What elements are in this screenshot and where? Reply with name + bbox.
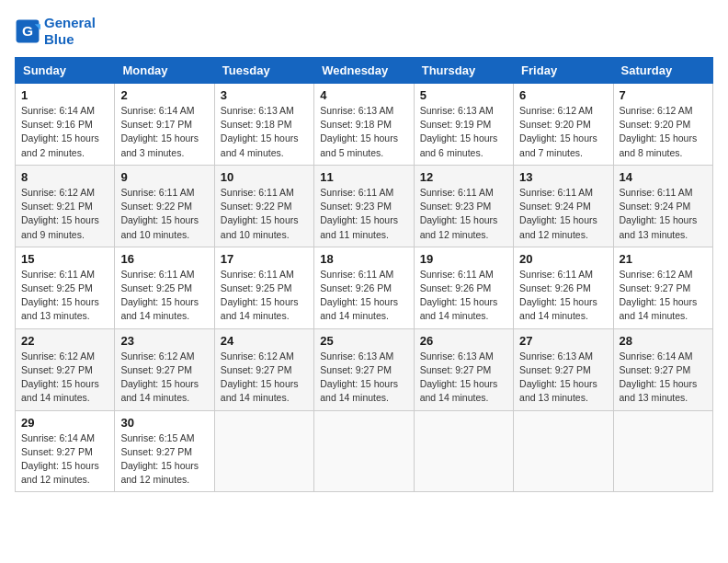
day-info: Sunrise: 6:12 AMSunset: 9:20 PMDaylight:…: [620, 104, 707, 160]
sunrise-label: Sunrise: 6:11 AM: [519, 269, 593, 280]
logo: G General Blue: [15, 15, 96, 48]
day-info: Sunrise: 6:13 AMSunset: 9:27 PMDaylight:…: [420, 350, 507, 406]
sunrise-label: Sunrise: 6:11 AM: [320, 269, 393, 280]
logo-icon: G: [15, 18, 40, 44]
day-number: 20: [519, 252, 607, 266]
day-cell: 15Sunrise: 6:11 AMSunset: 9:25 PMDayligh…: [16, 247, 115, 328]
day-number: 29: [21, 416, 108, 430]
day-info: Sunrise: 6:12 AMSunset: 9:27 PMDaylight:…: [120, 350, 208, 406]
sunrise-label: Sunrise: 6:14 AM: [620, 350, 693, 362]
day-info: Sunrise: 6:14 AMSunset: 9:27 PMDaylight:…: [620, 350, 707, 406]
day-info: Sunrise: 6:11 AMSunset: 9:23 PMDaylight:…: [420, 186, 507, 242]
day-cell: 7Sunrise: 6:12 AMSunset: 9:20 PMDaylight…: [613, 84, 712, 166]
day-info: Sunrise: 6:12 AMSunset: 9:27 PMDaylight:…: [620, 268, 707, 324]
sunrise-label: Sunrise: 6:11 AM: [620, 187, 693, 198]
sunrise-label: Sunrise: 6:11 AM: [120, 269, 194, 280]
col-header-sunday: Sunday: [16, 58, 115, 84]
sunset-label: Sunset: 9:24 PM: [620, 201, 691, 212]
day-info: Sunrise: 6:11 AMSunset: 9:22 PMDaylight:…: [120, 186, 208, 242]
sunrise-label: Sunrise: 6:13 AM: [420, 350, 494, 362]
day-number: 2: [120, 88, 208, 102]
day-number: 3: [221, 88, 308, 102]
sunrise-label: Sunrise: 6:12 AM: [221, 350, 294, 362]
day-number: 28: [620, 334, 707, 348]
daylight-label: Daylight: 15 hours and 12 minutes.: [21, 460, 99, 485]
daylight-label: Daylight: 15 hours and 13 minutes.: [519, 378, 597, 403]
day-number: 24: [221, 334, 308, 348]
day-cell: [214, 410, 313, 492]
sunset-label: Sunset: 9:24 PM: [519, 201, 591, 212]
day-cell: 24Sunrise: 6:12 AMSunset: 9:27 PMDayligh…: [214, 328, 313, 410]
day-info: Sunrise: 6:11 AMSunset: 9:24 PMDaylight:…: [519, 186, 607, 242]
sunset-label: Sunset: 9:18 PM: [221, 119, 292, 130]
day-cell: 14Sunrise: 6:11 AMSunset: 9:24 PMDayligh…: [613, 165, 712, 247]
day-cell: 22Sunrise: 6:12 AMSunset: 9:27 PMDayligh…: [16, 328, 115, 410]
day-number: 25: [320, 334, 407, 348]
day-info: Sunrise: 6:13 AMSunset: 9:27 PMDaylight:…: [320, 350, 407, 406]
day-cell: 27Sunrise: 6:13 AMSunset: 9:27 PMDayligh…: [514, 328, 613, 410]
daylight-label: Daylight: 15 hours and 7 minutes.: [519, 132, 597, 157]
day-number: 26: [420, 334, 507, 348]
day-cell: 29Sunrise: 6:14 AMSunset: 9:27 PMDayligh…: [16, 410, 115, 492]
day-cell: 19Sunrise: 6:11 AMSunset: 9:26 PMDayligh…: [414, 247, 513, 328]
sunrise-label: Sunrise: 6:11 AM: [519, 187, 593, 198]
daylight-label: Daylight: 15 hours and 13 minutes.: [21, 296, 99, 321]
day-cell: 11Sunrise: 6:11 AMSunset: 9:23 PMDayligh…: [314, 165, 414, 247]
day-info: Sunrise: 6:11 AMSunset: 9:25 PMDaylight:…: [120, 268, 208, 324]
day-number: 13: [519, 170, 607, 184]
sunrise-label: Sunrise: 6:11 AM: [120, 187, 194, 198]
day-number: 16: [120, 252, 208, 266]
daylight-label: Daylight: 15 hours and 12 minutes.: [120, 460, 199, 485]
day-info: Sunrise: 6:12 AMSunset: 9:27 PMDaylight:…: [221, 350, 308, 406]
daylight-label: Daylight: 15 hours and 14 minutes.: [320, 296, 398, 321]
day-cell: 6Sunrise: 6:12 AMSunset: 9:20 PMDaylight…: [514, 84, 613, 166]
sunset-label: Sunset: 9:26 PM: [420, 282, 492, 293]
sunrise-label: Sunrise: 6:12 AM: [620, 105, 693, 116]
day-info: Sunrise: 6:13 AMSunset: 9:19 PMDaylight:…: [420, 104, 507, 160]
day-info: Sunrise: 6:15 AMSunset: 9:27 PMDaylight:…: [120, 431, 208, 488]
sunrise-label: Sunrise: 6:11 AM: [221, 187, 294, 198]
day-cell: 1Sunrise: 6:14 AMSunset: 9:16 PMDaylight…: [16, 84, 115, 166]
sunset-label: Sunset: 9:19 PM: [420, 119, 492, 130]
daylight-label: Daylight: 15 hours and 12 minutes.: [420, 214, 498, 239]
sunrise-label: Sunrise: 6:12 AM: [21, 187, 95, 198]
day-cell: 5Sunrise: 6:13 AMSunset: 9:19 PMDaylight…: [414, 84, 513, 166]
day-info: Sunrise: 6:13 AMSunset: 9:18 PMDaylight:…: [320, 104, 407, 160]
day-cell: 17Sunrise: 6:11 AMSunset: 9:25 PMDayligh…: [214, 247, 313, 328]
daylight-label: Daylight: 15 hours and 3 minutes.: [120, 132, 199, 157]
daylight-label: Daylight: 15 hours and 14 minutes.: [420, 296, 498, 321]
day-cell: 4Sunrise: 6:13 AMSunset: 9:18 PMDaylight…: [314, 84, 414, 166]
sunset-label: Sunset: 9:20 PM: [519, 119, 591, 130]
daylight-label: Daylight: 15 hours and 10 minutes.: [120, 214, 199, 239]
day-cell: 13Sunrise: 6:11 AMSunset: 9:24 PMDayligh…: [514, 165, 613, 247]
day-cell: 25Sunrise: 6:13 AMSunset: 9:27 PMDayligh…: [314, 328, 414, 410]
sunrise-label: Sunrise: 6:14 AM: [21, 105, 95, 116]
col-header-friday: Friday: [514, 58, 613, 84]
daylight-label: Daylight: 15 hours and 13 minutes.: [620, 214, 698, 239]
logo-text: General Blue: [44, 15, 96, 48]
day-number: 15: [21, 252, 108, 266]
sunrise-label: Sunrise: 6:13 AM: [519, 350, 593, 362]
daylight-label: Daylight: 15 hours and 14 minutes.: [620, 296, 698, 321]
day-number: 8: [21, 170, 108, 184]
day-cell: 26Sunrise: 6:13 AMSunset: 9:27 PMDayligh…: [414, 328, 513, 410]
sunset-label: Sunset: 9:27 PM: [21, 364, 93, 375]
daylight-label: Daylight: 15 hours and 8 minutes.: [620, 132, 698, 157]
day-cell: 30Sunrise: 6:15 AMSunset: 9:27 PMDayligh…: [115, 410, 214, 492]
col-header-wednesday: Wednesday: [314, 58, 414, 84]
daylight-label: Daylight: 15 hours and 10 minutes.: [221, 214, 299, 239]
day-number: 10: [221, 170, 308, 184]
header: G General Blue: [15, 15, 713, 48]
day-number: 19: [420, 252, 507, 266]
day-cell: 8Sunrise: 6:12 AMSunset: 9:21 PMDaylight…: [16, 165, 115, 247]
daylight-label: Daylight: 15 hours and 14 minutes.: [320, 378, 398, 403]
day-info: Sunrise: 6:13 AMSunset: 9:18 PMDaylight:…: [221, 104, 308, 160]
col-header-thursday: Thursday: [414, 58, 513, 84]
day-number: 17: [221, 252, 308, 266]
sunset-label: Sunset: 9:25 PM: [221, 282, 292, 293]
sunset-label: Sunset: 9:22 PM: [221, 201, 292, 212]
sunset-label: Sunset: 9:17 PM: [120, 119, 192, 130]
sunrise-label: Sunrise: 6:14 AM: [21, 432, 95, 443]
sunset-label: Sunset: 9:27 PM: [120, 446, 192, 457]
daylight-label: Daylight: 15 hours and 11 minutes.: [320, 214, 398, 239]
